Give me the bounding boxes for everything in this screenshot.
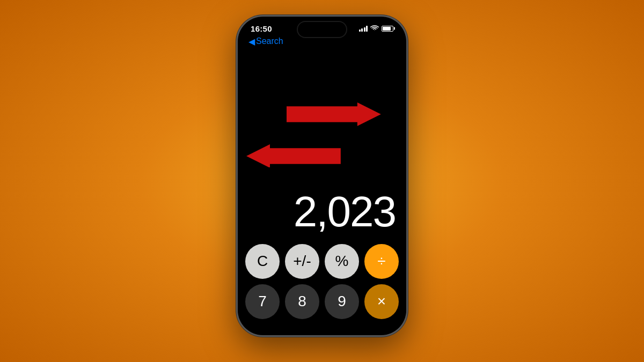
left-arrow-icon bbox=[246, 144, 364, 168]
phone-wrapper: 16:50 bbox=[231, 15, 413, 348]
multiply-button[interactable]: × bbox=[364, 284, 399, 319]
phone-frame: 16:50 bbox=[236, 15, 408, 337]
percent-button[interactable]: % bbox=[325, 244, 359, 279]
eight-button[interactable]: 8 bbox=[285, 284, 319, 319]
nine-button[interactable]: 9 bbox=[325, 284, 359, 319]
phone-screen: 16:50 bbox=[238, 17, 406, 335]
back-label: Search bbox=[256, 36, 283, 46]
signal-icon bbox=[359, 25, 368, 32]
plus-minus-button[interactable]: +/- bbox=[285, 244, 319, 279]
seven-button[interactable]: 7 bbox=[245, 284, 280, 319]
right-arrow-icon bbox=[263, 102, 381, 126]
clear-button[interactable]: C bbox=[245, 244, 280, 279]
divide-button[interactable]: ÷ bbox=[364, 244, 399, 279]
calc-row-2: 7 8 9 × bbox=[245, 284, 399, 319]
calc-row-1: C +/- % ÷ bbox=[245, 244, 399, 279]
status-icons bbox=[359, 25, 394, 33]
calculator-buttons: C +/- % ÷ 7 8 9 × bbox=[238, 239, 406, 335]
wifi-icon bbox=[370, 25, 379, 33]
back-navigation[interactable]: ◀ Search bbox=[238, 35, 406, 50]
dynamic-island bbox=[298, 22, 346, 37]
svg-marker-1 bbox=[246, 144, 341, 168]
svg-marker-0 bbox=[287, 102, 381, 126]
calculator-result: 2,023 bbox=[294, 190, 396, 233]
status-time: 16:50 bbox=[251, 24, 272, 33]
battery-icon bbox=[382, 26, 393, 32]
calculator-display: 2,023 bbox=[238, 50, 406, 239]
back-chevron-icon: ◀ bbox=[248, 36, 255, 47]
back-link[interactable]: ◀ Search bbox=[248, 36, 396, 47]
